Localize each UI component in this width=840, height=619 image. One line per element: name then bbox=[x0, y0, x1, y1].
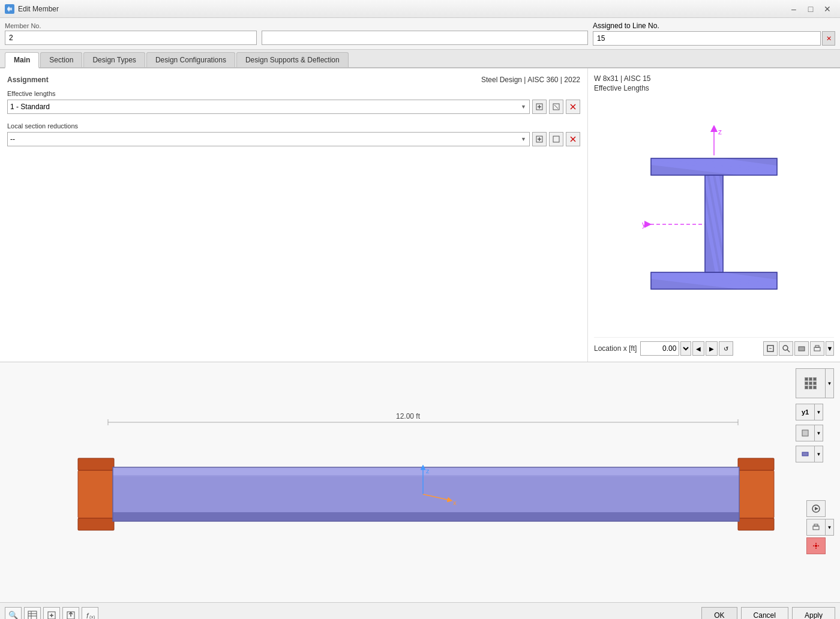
view-controls: ▼ bbox=[763, 341, 834, 356]
view-zoom-button[interactable] bbox=[779, 341, 793, 356]
svg-rect-50 bbox=[799, 347, 805, 351]
formula-tool-button[interactable]: f(x) bbox=[82, 607, 98, 620]
assigned-clear-button[interactable]: ✕ bbox=[822, 31, 835, 46]
effective-lengths-delete-button[interactable] bbox=[566, 100, 580, 114]
svg-rect-62 bbox=[738, 470, 774, 518]
title-bar: Edit Member – □ ✕ bbox=[0, 0, 840, 18]
svg-text:y: y bbox=[642, 220, 646, 229]
cancel-button[interactable]: Cancel bbox=[741, 607, 788, 620]
effective-lengths-label: Effective lengths bbox=[7, 90, 580, 97]
member-name-input[interactable] bbox=[262, 31, 588, 45]
svg-rect-13 bbox=[553, 136, 559, 142]
steel-design-label: Steel Design | AISC 360 | 2022 bbox=[481, 76, 580, 84]
location-label: Location x [ft] bbox=[594, 344, 637, 353]
svg-rect-61 bbox=[78, 518, 114, 530]
svg-rect-51 bbox=[814, 347, 820, 351]
local-section-new-button[interactable] bbox=[532, 132, 547, 146]
member-no-input[interactable] bbox=[5, 31, 257, 45]
member-no-label: Member No. bbox=[5, 22, 257, 29]
local-section-delete-button[interactable] bbox=[566, 132, 580, 146]
app-icon bbox=[5, 4, 14, 14]
section-profile-subtitle: Effective Lengths bbox=[594, 84, 834, 92]
assigned-input[interactable] bbox=[593, 31, 821, 46]
search-tool-button[interactable]: 🔍 bbox=[5, 607, 22, 620]
location-prev-button[interactable]: ◀ bbox=[692, 341, 704, 356]
assigned-field: Assigned to Line No. ✕ bbox=[593, 22, 835, 46]
location-reset-button[interactable]: ↺ bbox=[719, 341, 733, 356]
close-button[interactable]: ✕ bbox=[820, 2, 835, 16]
member-name-field bbox=[262, 22, 588, 45]
bottom-tools: 🔍 f(x) bbox=[5, 607, 98, 620]
assigned-label: Assigned to Line No. bbox=[593, 22, 835, 30]
svg-rect-77 bbox=[814, 524, 818, 526]
svg-rect-68 bbox=[113, 475, 739, 512]
beam-cross-section-svg: z y bbox=[615, 125, 813, 305]
tab-design-types[interactable]: Design Types bbox=[83, 52, 145, 67]
svg-rect-76 bbox=[813, 526, 819, 530]
effective-lengths-select-wrapper: 1 - Standard 2 - Custom ▼ bbox=[7, 100, 530, 114]
bottom-right-tools: ▼ bbox=[806, 500, 834, 554]
apply-button[interactable]: Apply bbox=[792, 607, 835, 620]
svg-text:x: x bbox=[453, 499, 457, 506]
minimize-button[interactable]: – bbox=[786, 2, 802, 16]
print-3d-button[interactable] bbox=[806, 519, 826, 536]
view-print-arrow-button[interactable]: ▼ bbox=[826, 341, 834, 356]
assignment-title: Assignment bbox=[7, 76, 49, 84]
svg-marker-75 bbox=[815, 507, 818, 510]
member-no-field: Member No. bbox=[5, 22, 257, 45]
bottom-bar: 🔍 f(x) OK Cancel Apply bbox=[0, 602, 840, 619]
location-input[interactable] bbox=[640, 341, 679, 356]
title-text: Edit Member bbox=[18, 5, 59, 13]
right-panel: W 8x31 | AISC 15 Effective Lengths z y bbox=[588, 68, 840, 362]
svg-rect-64 bbox=[738, 518, 774, 530]
print-3d-dropdown[interactable]: ▼ bbox=[826, 519, 834, 536]
local-section-select[interactable]: -- bbox=[7, 132, 530, 146]
section-profile-title: W 8x31 | AISC 15 bbox=[594, 74, 834, 83]
animate-button[interactable] bbox=[806, 500, 826, 517]
effective-lengths-select[interactable]: 1 - Standard 2 - Custom bbox=[7, 100, 530, 114]
effective-lengths-group: Effective lengths 1 - Standard 2 - Custo… bbox=[7, 90, 580, 114]
location-unit-select[interactable]: ▼ bbox=[680, 341, 691, 356]
svg-line-49 bbox=[787, 350, 790, 352]
local-section-edit-button[interactable] bbox=[549, 132, 563, 146]
svg-point-48 bbox=[783, 345, 788, 350]
effective-lengths-edit-button[interactable] bbox=[549, 100, 563, 114]
ok-button[interactable]: OK bbox=[701, 607, 737, 620]
tabs-container: Main Section Design Types Design Configu… bbox=[0, 50, 840, 68]
tab-main[interactable]: Main bbox=[5, 52, 39, 68]
svg-point-78 bbox=[815, 545, 817, 547]
location-next-button[interactable]: ▶ bbox=[706, 341, 718, 356]
svg-rect-59 bbox=[78, 470, 114, 518]
member-row: Member No. Assigned to Line No. ✕ bbox=[0, 18, 840, 50]
tab-design-configurations[interactable]: Design Configurations bbox=[146, 52, 235, 67]
local-section-select-wrapper: -- ▼ bbox=[7, 132, 530, 146]
bottom-view: ▼ y1 ▼ ▼ ▼ bbox=[0, 362, 840, 602]
beam-3d-container: 12.00 ft z x bbox=[0, 362, 840, 602]
export-tool-button[interactable] bbox=[43, 607, 60, 620]
settings-3d-button[interactable] bbox=[806, 537, 826, 554]
maximize-button[interactable]: □ bbox=[803, 2, 818, 16]
table-tool-button[interactable] bbox=[24, 607, 41, 620]
svg-rect-60 bbox=[78, 458, 114, 470]
view-fit-button[interactable] bbox=[763, 341, 778, 356]
effective-lengths-new-button[interactable] bbox=[532, 100, 547, 114]
assignment-header: Assignment Steel Design | AISC 360 | 202… bbox=[7, 76, 580, 84]
svg-rect-52 bbox=[815, 345, 819, 347]
tab-section[interactable]: Section bbox=[40, 52, 82, 67]
location-row: Location x [ft] ▼ ◀ ▶ ↺ bbox=[594, 337, 834, 356]
view-print-button[interactable] bbox=[810, 341, 824, 356]
tab-design-supports[interactable]: Design Supports & Deflection bbox=[236, 52, 349, 67]
import-tool-button[interactable] bbox=[62, 607, 79, 620]
svg-rect-1 bbox=[7, 9, 12, 10]
view-render-button[interactable] bbox=[794, 341, 809, 356]
svg-rect-79 bbox=[28, 611, 37, 620]
left-panel: Assignment Steel Design | AISC 360 | 202… bbox=[0, 68, 588, 362]
svg-rect-67 bbox=[113, 512, 739, 521]
bottom-actions: OK Cancel Apply bbox=[701, 607, 835, 620]
local-section-label: Local section reductions bbox=[7, 122, 580, 130]
svg-text:z: z bbox=[426, 467, 430, 474]
svg-text:12.00 ft: 12.00 ft bbox=[396, 412, 421, 420]
member-name-label bbox=[262, 22, 588, 29]
beam-3d-svg: 12.00 ft z x bbox=[60, 374, 780, 590]
svg-rect-0 bbox=[7, 8, 12, 9]
